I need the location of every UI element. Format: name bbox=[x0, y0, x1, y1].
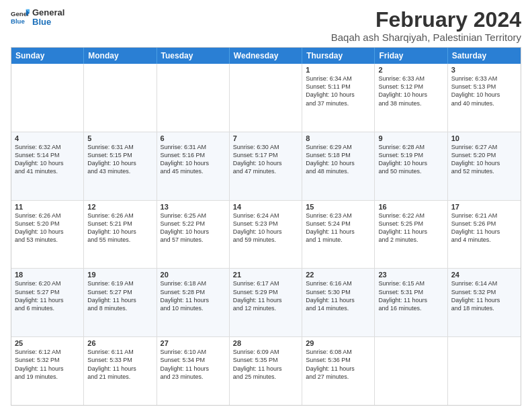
day-number: 17 bbox=[451, 203, 517, 211]
calendar-cell bbox=[84, 64, 157, 132]
day-number: 26 bbox=[87, 339, 152, 347]
header-sunday: Sunday bbox=[11, 48, 84, 64]
calendar-cell: 27Sunrise: 6:10 AM Sunset: 5:34 PM Dayli… bbox=[157, 337, 230, 405]
header-monday: Monday bbox=[84, 48, 157, 64]
day-info: Sunrise: 6:10 AM Sunset: 5:34 PM Dayligh… bbox=[161, 348, 226, 381]
calendar-cell: 23Sunrise: 6:15 AM Sunset: 5:31 PM Dayli… bbox=[375, 269, 447, 336]
day-info: Sunrise: 6:31 AM Sunset: 5:15 PM Dayligh… bbox=[87, 143, 152, 176]
day-number: 29 bbox=[306, 339, 371, 347]
day-number: 9 bbox=[378, 134, 443, 142]
calendar-cell: 18Sunrise: 6:20 AM Sunset: 5:27 PM Dayli… bbox=[11, 269, 84, 336]
calendar-cell: 19Sunrise: 6:19 AM Sunset: 5:27 PM Dayli… bbox=[84, 269, 157, 336]
calendar-cell bbox=[230, 64, 302, 132]
day-number: 1 bbox=[306, 66, 371, 74]
title-block: February 2024 Baqah ash Sharqiyah, Pales… bbox=[331, 8, 521, 43]
calendar-cell bbox=[448, 337, 521, 405]
day-info: Sunrise: 6:27 AM Sunset: 5:20 PM Dayligh… bbox=[451, 143, 517, 176]
day-number: 22 bbox=[306, 271, 371, 279]
day-info: Sunrise: 6:19 AM Sunset: 5:27 PM Dayligh… bbox=[87, 279, 152, 312]
calendar-cell: 3Sunrise: 6:33 AM Sunset: 5:13 PM Daylig… bbox=[448, 64, 521, 132]
day-number: 12 bbox=[87, 203, 152, 211]
header: General Blue General Blue February 2024 … bbox=[11, 8, 521, 43]
calendar-cell bbox=[157, 64, 230, 132]
header-thursday: Thursday bbox=[302, 48, 375, 64]
day-number: 18 bbox=[15, 271, 80, 279]
header-wednesday: Wednesday bbox=[230, 48, 302, 64]
day-number: 16 bbox=[378, 203, 443, 211]
day-info: Sunrise: 6:31 AM Sunset: 5:16 PM Dayligh… bbox=[161, 143, 226, 176]
logo-icon: General Blue bbox=[11, 8, 30, 27]
calendar-cell: 25Sunrise: 6:12 AM Sunset: 5:32 PM Dayli… bbox=[11, 337, 84, 405]
day-number: 5 bbox=[87, 134, 152, 142]
day-info: Sunrise: 6:25 AM Sunset: 5:22 PM Dayligh… bbox=[161, 212, 226, 244]
calendar-cell: 26Sunrise: 6:11 AM Sunset: 5:33 PM Dayli… bbox=[84, 337, 157, 405]
day-info: Sunrise: 6:17 AM Sunset: 5:29 PM Dayligh… bbox=[233, 279, 298, 312]
calendar-cell: 11Sunrise: 6:26 AM Sunset: 5:20 PM Dayli… bbox=[11, 201, 84, 269]
day-info: Sunrise: 6:22 AM Sunset: 5:25 PM Dayligh… bbox=[378, 212, 443, 244]
calendar-cell: 12Sunrise: 6:26 AM Sunset: 5:21 PM Dayli… bbox=[84, 201, 157, 269]
main-title: February 2024 bbox=[331, 8, 521, 32]
calendar-row-1: 4Sunrise: 6:32 AM Sunset: 5:14 PM Daylig… bbox=[11, 132, 521, 201]
day-info: Sunrise: 6:21 AM Sunset: 5:26 PM Dayligh… bbox=[451, 212, 517, 244]
day-number: 24 bbox=[451, 271, 517, 279]
day-number: 3 bbox=[451, 66, 517, 74]
day-info: Sunrise: 6:14 AM Sunset: 5:32 PM Dayligh… bbox=[451, 279, 517, 312]
day-info: Sunrise: 6:08 AM Sunset: 5:36 PM Dayligh… bbox=[306, 348, 371, 381]
day-info: Sunrise: 6:15 AM Sunset: 5:31 PM Dayligh… bbox=[378, 279, 443, 312]
calendar-cell: 24Sunrise: 6:14 AM Sunset: 5:32 PM Dayli… bbox=[448, 269, 521, 336]
day-number: 27 bbox=[161, 339, 226, 347]
calendar-cell: 16Sunrise: 6:22 AM Sunset: 5:25 PM Dayli… bbox=[375, 201, 447, 269]
calendar-cell: 29Sunrise: 6:08 AM Sunset: 5:36 PM Dayli… bbox=[302, 337, 375, 405]
day-number: 6 bbox=[161, 134, 226, 142]
day-info: Sunrise: 6:11 AM Sunset: 5:33 PM Dayligh… bbox=[87, 348, 152, 381]
calendar-cell: 10Sunrise: 6:27 AM Sunset: 5:20 PM Dayli… bbox=[448, 132, 521, 200]
header-tuesday: Tuesday bbox=[157, 48, 230, 64]
calendar-header: Sunday Monday Tuesday Wednesday Thursday… bbox=[11, 48, 521, 64]
day-number: 25 bbox=[15, 339, 80, 347]
calendar-row-4: 25Sunrise: 6:12 AM Sunset: 5:32 PM Dayli… bbox=[11, 337, 521, 405]
day-number: 13 bbox=[161, 203, 226, 211]
day-info: Sunrise: 6:32 AM Sunset: 5:14 PM Dayligh… bbox=[15, 143, 80, 176]
calendar-row-2: 11Sunrise: 6:26 AM Sunset: 5:20 PM Dayli… bbox=[11, 201, 521, 269]
calendar-cell: 6Sunrise: 6:31 AM Sunset: 5:16 PM Daylig… bbox=[157, 132, 230, 200]
day-number: 14 bbox=[233, 203, 298, 211]
day-number: 7 bbox=[233, 134, 298, 142]
calendar-cell: 1Sunrise: 6:34 AM Sunset: 5:11 PM Daylig… bbox=[302, 64, 375, 132]
day-number: 2 bbox=[378, 66, 443, 74]
calendar-cell: 9Sunrise: 6:28 AM Sunset: 5:19 PM Daylig… bbox=[375, 132, 447, 200]
calendar-cell: 28Sunrise: 6:09 AM Sunset: 5:35 PM Dayli… bbox=[230, 337, 302, 405]
day-info: Sunrise: 6:29 AM Sunset: 5:18 PM Dayligh… bbox=[306, 143, 371, 176]
calendar-row-3: 18Sunrise: 6:20 AM Sunset: 5:27 PM Dayli… bbox=[11, 269, 521, 337]
day-info: Sunrise: 6:16 AM Sunset: 5:30 PM Dayligh… bbox=[306, 279, 371, 312]
calendar-cell: 2Sunrise: 6:33 AM Sunset: 5:12 PM Daylig… bbox=[375, 64, 447, 132]
calendar-cell bbox=[11, 64, 84, 132]
day-number: 10 bbox=[451, 134, 517, 142]
day-info: Sunrise: 6:09 AM Sunset: 5:35 PM Dayligh… bbox=[233, 348, 298, 381]
day-number: 19 bbox=[87, 271, 152, 279]
calendar-cell: 8Sunrise: 6:29 AM Sunset: 5:18 PM Daylig… bbox=[302, 132, 375, 200]
day-number: 21 bbox=[233, 271, 298, 279]
day-info: Sunrise: 6:26 AM Sunset: 5:21 PM Dayligh… bbox=[87, 212, 152, 244]
day-number: 8 bbox=[306, 134, 371, 142]
calendar-cell bbox=[375, 337, 447, 405]
day-info: Sunrise: 6:12 AM Sunset: 5:32 PM Dayligh… bbox=[15, 348, 80, 381]
logo-general: General bbox=[32, 8, 64, 17]
day-number: 11 bbox=[15, 203, 80, 211]
logo: General Blue General Blue bbox=[11, 8, 64, 28]
day-info: Sunrise: 6:33 AM Sunset: 5:13 PM Dayligh… bbox=[451, 75, 517, 107]
calendar-cell: 13Sunrise: 6:25 AM Sunset: 5:22 PM Dayli… bbox=[157, 201, 230, 269]
day-number: 23 bbox=[378, 271, 443, 279]
day-info: Sunrise: 6:33 AM Sunset: 5:12 PM Dayligh… bbox=[378, 75, 443, 107]
day-info: Sunrise: 6:23 AM Sunset: 5:24 PM Dayligh… bbox=[306, 212, 371, 244]
calendar-cell: 15Sunrise: 6:23 AM Sunset: 5:24 PM Dayli… bbox=[302, 201, 375, 269]
day-number: 28 bbox=[233, 339, 298, 347]
calendar-cell: 22Sunrise: 6:16 AM Sunset: 5:30 PM Dayli… bbox=[302, 269, 375, 336]
calendar-body: 1Sunrise: 6:34 AM Sunset: 5:11 PM Daylig… bbox=[11, 64, 521, 405]
calendar-cell: 17Sunrise: 6:21 AM Sunset: 5:26 PM Dayli… bbox=[448, 201, 521, 269]
subtitle: Baqah ash Sharqiyah, Palestinian Territo… bbox=[331, 32, 521, 43]
day-info: Sunrise: 6:28 AM Sunset: 5:19 PM Dayligh… bbox=[378, 143, 443, 176]
day-number: 4 bbox=[15, 134, 80, 142]
logo-blue: Blue bbox=[32, 17, 64, 27]
day-info: Sunrise: 6:26 AM Sunset: 5:20 PM Dayligh… bbox=[15, 212, 80, 244]
day-number: 15 bbox=[306, 203, 371, 211]
